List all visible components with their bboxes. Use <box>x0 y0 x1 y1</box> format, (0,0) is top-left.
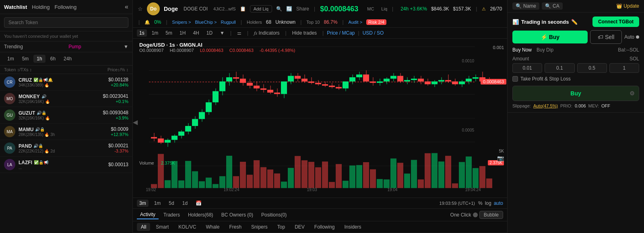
filter-following[interactable]: Following <box>310 223 339 231</box>
filter-insiders[interactable]: Insiders <box>341 223 365 231</box>
buy-main-btn[interactable]: ⚡ Buy <box>512 31 588 43</box>
add-liq-button[interactable]: Add Liq <box>250 5 272 12</box>
trending-pump[interactable]: Pump <box>68 44 81 49</box>
cbb-calendar[interactable]: 📅 <box>193 200 204 207</box>
time-tab-5m[interactable]: 5m <box>19 55 32 63</box>
ohlc-change: -0.44395 (-4.98%) <box>260 48 295 53</box>
time-tab-6h[interactable]: 6h <box>47 55 59 63</box>
buy-execute-btn[interactable]: Buy ⚙ <box>512 86 639 101</box>
filter-all[interactable]: All <box>137 223 150 231</box>
prio-val: 0.006 <box>575 103 586 108</box>
time-tab-24h[interactable]: 24h <box>60 55 75 63</box>
tab-traders[interactable]: Traders <box>160 211 183 219</box>
main-content: ☆ Do Doge DOGE COI 4JiC2...wfS 📋 Add Liq… <box>133 0 507 233</box>
time-tabs: 1m 5m 1h 6h 24h <box>0 52 132 66</box>
price-top-right: 0.001 <box>493 45 504 50</box>
take-profit-checkbox[interactable] <box>512 76 518 82</box>
tab-activity[interactable]: Activity <box>137 210 159 219</box>
preset-1[interactable]: 1 <box>609 63 639 73</box>
time-tab-1m[interactable]: 1m <box>4 55 17 63</box>
connect-tgbot-btn[interactable]: Connect TGBot <box>592 16 639 27</box>
amount-presets: 0.01 0.1 0.5 1 <box>512 63 639 73</box>
slippage-val[interactable]: Auto(47.5%) <box>533 103 558 108</box>
ohlc-h: H0.0008907 <box>170 48 196 53</box>
chart-time-1d[interactable]: 1D <box>204 29 215 37</box>
chart-area: Doge/USD · 1s · GMGN.AI O0.0008907 H0.00… <box>133 39 507 198</box>
filter-fresh[interactable]: Fresh <box>225 223 246 231</box>
price-mcap-toggle[interactable]: Price / MCap <box>327 30 355 36</box>
sell-main-btn[interactable]: 🏷 Sell <box>590 30 622 44</box>
buy-dip-label[interactable]: Buy Dip <box>537 47 553 53</box>
chart-time-4h[interactable]: 4H <box>190 29 201 37</box>
bluechip-link[interactable]: BlueChip > <box>195 20 217 25</box>
tab-bc-owners[interactable]: BC Owners (0) <box>218 211 256 219</box>
snipers-link[interactable]: Snipers > <box>172 20 191 25</box>
token-row[interactable]: LALAZFI✅🔒📢...$0.00013 <box>0 157 132 173</box>
slippage-label: Slippage: <box>512 103 531 108</box>
trading-icon: 📊 <box>512 19 519 25</box>
sidebar-tab-watchlist[interactable]: Watchlist <box>4 4 27 10</box>
copy-icon[interactable]: 📋 <box>240 6 246 12</box>
sidebar-tab-holding[interactable]: Holding <box>32 4 50 10</box>
preset-05[interactable]: 0.5 <box>577 63 607 73</box>
time-tab-1h[interactable]: 1h <box>33 55 45 63</box>
token-info: MAMU🔊🔒28K(28K/135) 🔥 3h <box>19 127 107 137</box>
collapse-icon[interactable]: « <box>125 3 128 10</box>
search-icon-small[interactable]: 🔍 <box>276 6 282 12</box>
wl-ca-btn[interactable]: 🔍 CA <box>542 2 563 10</box>
liq-label: Liq <box>381 6 387 11</box>
one-click-toggle-dot[interactable] <box>473 212 478 217</box>
tab-holders[interactable]: Holders(68) <box>185 211 217 219</box>
token-row[interactable]: GUGUZUT🔊🔒32K(16K/16K) 🔥$0.0093048+3.9% <box>0 107 132 124</box>
sidebar-tab-following[interactable]: Following <box>54 4 76 10</box>
token-row[interactable]: CRCRUZ✅🔒📢🔔34K(33K/389) 🔥$0.00128+20.84% <box>0 74 132 91</box>
share-button[interactable]: Share <box>296 6 309 12</box>
filter-top[interactable]: Top <box>273 223 289 231</box>
token-row[interactable]: MAMAMU🔊🔒28K(28K/135) 🔥 3h$0.0009+12.97% <box>0 124 132 140</box>
tab-positions[interactable]: Positions(0) <box>258 211 290 219</box>
filter-dev[interactable]: DEV <box>291 223 309 231</box>
star-icon[interactable]: ☆ <box>138 6 143 12</box>
pct-btn[interactable]: % <box>478 200 483 206</box>
token-row[interactable]: PAPAND🔊🔒22K(22K/212) 🔥 2d$0.00021-3.37% <box>0 140 132 157</box>
wl-update-btn[interactable]: 👑 Update <box>616 3 639 9</box>
prio-label: PRIO: <box>560 103 572 108</box>
chart-expand-icon[interactable]: ▼ <box>217 29 227 37</box>
audit-link[interactable]: Audit > <box>349 20 363 25</box>
chart-time-1m[interactable]: 1m <box>149 29 161 37</box>
refresh-icon[interactable]: 🔄 <box>286 6 292 12</box>
filter-whale[interactable]: Whale <box>202 223 223 231</box>
cbb-5d[interactable]: 5d <box>166 200 176 207</box>
preset-01[interactable]: 0.1 <box>545 63 574 73</box>
chart-time-5m[interactable]: 5m <box>163 29 175 37</box>
hide-trades-btn[interactable]: Hide trades <box>290 29 319 37</box>
chart-type-icon[interactable]: ⚌ <box>235 29 244 37</box>
filter-snipers[interactable]: Snipers <box>247 223 272 231</box>
rugpull-link[interactable]: Rugpull <box>221 20 236 25</box>
chart-time-1h[interactable]: 1H <box>177 29 188 37</box>
buy-now-label[interactable]: Buy Now <box>512 47 532 53</box>
volume-value: 2.375K <box>161 161 175 165</box>
search-input[interactable] <box>4 17 128 28</box>
log-btn[interactable]: log <box>485 200 491 206</box>
token-row[interactable]: MOMONKEY🔊32K(16K/16K) 🔥$0.0023041+0.1% <box>0 91 132 107</box>
cbb-3m[interactable]: 3m <box>137 200 149 207</box>
filter-smart[interactable]: Smart <box>152 223 173 231</box>
auto-btn[interactable]: auto <box>494 200 503 206</box>
scroll-left-icon[interactable]: ◀ <box>133 118 138 126</box>
chart-time-1s[interactable]: 1s <box>137 29 147 37</box>
camera-icon[interactable]: 📷 <box>497 155 504 161</box>
filter-icon[interactable]: ▼ <box>124 44 128 49</box>
filter-kolvc[interactable]: KOL/VC <box>174 223 200 231</box>
token-symbol: CRUZ <box>19 77 32 83</box>
bubble-btn[interactable]: Bubble <box>479 211 503 219</box>
cbb-1d[interactable]: 1d <box>180 200 190 207</box>
token-stats: 28K(28K/135) 🔥 3h <box>19 132 107 137</box>
take-profit-label: Take Profit & Stop Loss <box>520 76 571 82</box>
wl-name-btn[interactable]: 🔍 Name <box>512 2 539 10</box>
usd-sol-toggle[interactable]: USD / SO <box>363 30 384 36</box>
cbb-1m[interactable]: 1m <box>152 200 163 207</box>
preset-001[interactable]: 0.01 <box>512 63 542 73</box>
indicators-btn[interactable]: 𝑓𝑥 Indicators <box>252 29 282 37</box>
unknown-label: Unknown <box>275 19 295 25</box>
